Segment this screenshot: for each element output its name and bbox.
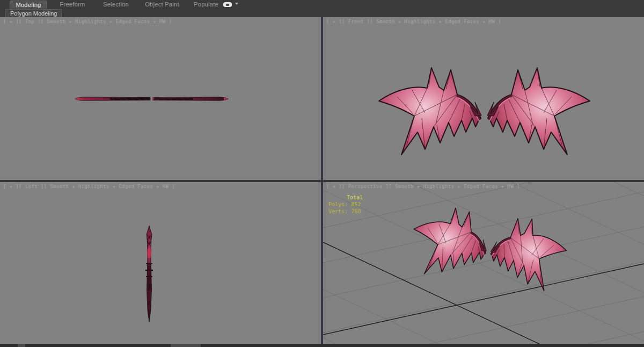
- viewport-top[interactable]: [ + ][ Top ][ Smooth + Highlights + Edge…: [0, 17, 321, 180]
- viewport-label-perspective[interactable]: [ + ][ Perspective ][ Smooth + Highlight…: [326, 184, 520, 189]
- model-perspective-view: [323, 182, 644, 344]
- tab-object-paint[interactable]: Object Paint: [137, 1, 187, 9]
- ribbon-minimize-toggle-icon[interactable]: [223, 2, 232, 7]
- model-front-view: [323, 17, 644, 180]
- ribbon-panel-row: Polygon Modeling: [0, 9, 644, 17]
- viewport-label-top[interactable]: [ + ][ Top ][ Smooth + Highlights + Edge…: [3, 19, 172, 24]
- viewport-perspective[interactable]: [ + ][ Perspective ][ Smooth + Highlight…: [323, 182, 644, 344]
- wings-sliver-side: [145, 226, 153, 322]
- tab-selection[interactable]: Selection: [94, 1, 137, 9]
- stats-total-label: Total: [347, 194, 363, 201]
- application-window: Modeling Freeform Selection Object Paint…: [0, 0, 644, 347]
- bottom-bar-notch: [18, 344, 25, 347]
- bottom-bar-notch: [171, 344, 201, 347]
- poly-statistics-overlay: Total Polys: 852 Verts: 760: [328, 194, 363, 215]
- home-grid: [323, 182, 644, 344]
- tab-freeform[interactable]: Freeform: [52, 1, 93, 9]
- ribbon-tab-row: Modeling Freeform Selection Object Paint…: [0, 0, 644, 9]
- panel-tab-polygon-modeling[interactable]: Polygon Modeling: [5, 9, 62, 17]
- model-left-view: [0, 182, 321, 344]
- caret-down-icon[interactable]: [235, 3, 238, 5]
- bottom-bar: [0, 344, 644, 347]
- model-top-view: [0, 17, 321, 180]
- viewport-left[interactable]: [ + ][ Left ][ Smooth + Highlights + Edg…: [0, 182, 321, 344]
- stats-polys: Polys: 852: [328, 201, 363, 208]
- viewport-front[interactable]: [ + ][ Front ][ Smooth + Highlights + Ed…: [323, 17, 644, 180]
- viewport-grid: [ + ][ Top ][ Smooth + Highlights + Edge…: [0, 17, 644, 344]
- wings-sliver-top: [75, 97, 228, 100]
- tab-populate[interactable]: Populate: [187, 1, 225, 9]
- ribbon-toolbar: Modeling Freeform Selection Object Paint…: [0, 0, 644, 17]
- viewport-label-left[interactable]: [ + ][ Left ][ Smooth + Highlights + Edg…: [3, 184, 175, 189]
- viewport-label-front[interactable]: [ + ][ Front ][ Smooth + Highlights + Ed…: [326, 19, 501, 24]
- home-grid-axes: [323, 242, 644, 344]
- tab-modeling[interactable]: Modeling: [10, 1, 47, 9]
- stats-verts: Verts: 760: [328, 208, 363, 215]
